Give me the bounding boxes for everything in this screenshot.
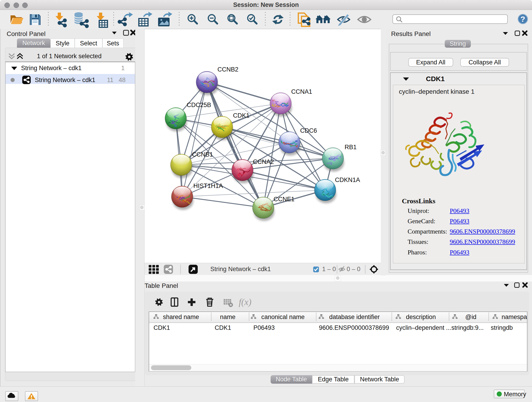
svg-text:CDK1: CDK1 bbox=[233, 112, 249, 119]
svg-text:CCNB1: CCNB1 bbox=[192, 151, 213, 158]
svg-text:f(x): f(x) bbox=[239, 297, 252, 307]
svg-text:database identifier: database identifier bbox=[329, 313, 380, 320]
svg-text:shared name: shared name bbox=[163, 313, 199, 320]
svg-text:CCNA1: CCNA1 bbox=[291, 88, 312, 95]
svg-text:@id: @id bbox=[465, 313, 476, 320]
svg-text:description: description bbox=[406, 313, 436, 320]
svg-text:RB1: RB1 bbox=[345, 144, 357, 151]
svg-text:CCNB2: CCNB2 bbox=[217, 66, 239, 73]
svg-text:namespace: namespace bbox=[501, 313, 527, 320]
svg-text:?: ? bbox=[520, 15, 525, 23]
svg-text:CDC6: CDC6 bbox=[300, 127, 317, 134]
svg-text:CCNA2: CCNA2 bbox=[253, 158, 274, 165]
svg-text:CCNE1: CCNE1 bbox=[273, 196, 295, 203]
svg-text:CDKN1A: CDKN1A bbox=[335, 177, 360, 183]
svg-text:CDC25B: CDC25B bbox=[187, 102, 211, 108]
svg-text:HIST1H1A: HIST1H1A bbox=[193, 182, 223, 189]
svg-text:canonical name: canonical name bbox=[261, 313, 304, 320]
svg-text:name: name bbox=[220, 313, 235, 320]
